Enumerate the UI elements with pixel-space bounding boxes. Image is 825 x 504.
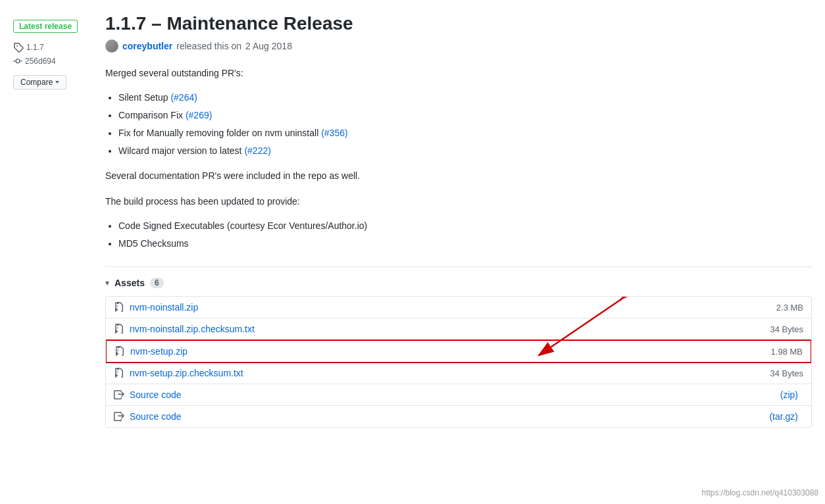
asset-row: nvm-setup.zip.checksum.txt 34 Bytes	[106, 363, 811, 384]
tag-icon	[13, 42, 24, 53]
pr-list: Silent Setup (#264) Comparison Fix (#269…	[118, 91, 812, 158]
assets-section: ▾ Assets 6	[105, 266, 812, 428]
assets-title: Assets	[114, 278, 145, 288]
list-item: Wilcard major version to latest (#222)	[118, 144, 812, 158]
release-text: released this on	[176, 41, 241, 51]
release-title: 1.1.7 – Maintenance Release	[105, 13, 812, 34]
commit-icon	[13, 57, 22, 66]
latest-release-badge[interactable]: Latest release	[13, 20, 78, 33]
avatar	[105, 39, 118, 53]
asset-link-setup[interactable]: nvm-setup.zip	[130, 346, 766, 357]
description-1: Merged several outstanding PR's:	[105, 66, 812, 80]
assets-count: 6	[150, 278, 164, 288]
asset-link[interactable]: nvm-setup.zip.checksum.txt	[130, 368, 764, 378]
author-link[interactable]: coreybutler	[122, 41, 172, 51]
source-icon	[114, 390, 124, 400]
asset-row: Source code (tar.gz)	[106, 406, 811, 427]
compare-button[interactable]: Compare	[13, 75, 66, 89]
asset-size: 2.3 MB	[776, 303, 803, 313]
pr-222-link[interactable]: (#222)	[244, 145, 270, 156]
pr-264-link[interactable]: (#264)	[170, 92, 197, 103]
asset-size: 34 Bytes	[770, 368, 803, 378]
list-item: Code Signed Executables (courtesy Ecor V…	[118, 219, 812, 233]
asset-row-highlighted: nvm-setup.zip 1.98 MB	[105, 340, 812, 363]
asset-size: 1.98 MB	[771, 347, 803, 357]
asset-row: nvm-noinstall.zip 2.3 MB	[106, 297, 811, 318]
asset-row: nvm-noinstall.zip.checksum.txt 34 Bytes	[106, 318, 811, 340]
source-code-label: Source code	[130, 411, 764, 422]
release-date: 2 Aug 2018	[245, 41, 292, 51]
source-zip-link[interactable]: (zip)	[780, 390, 798, 400]
compare-label: Compare	[20, 78, 53, 87]
description-3: The build process has been updated to pr…	[105, 194, 812, 209]
zip-icon	[114, 346, 125, 357]
assets-chevron-icon: ▾	[105, 278, 109, 288]
sidebar: Latest release 1.1.7 256d694 Compare	[13, 13, 92, 428]
version-label: 1.1.7	[26, 43, 44, 52]
commit-ref: 256d694	[13, 57, 82, 66]
zip-icon	[114, 368, 124, 378]
pr-269-link[interactable]: (#269)	[186, 110, 212, 120]
release-body: Merged several outstanding PR's: Silent …	[105, 66, 812, 251]
assets-header[interactable]: ▾ Assets 6	[105, 278, 812, 288]
zip-icon	[114, 324, 124, 334]
list-item: Comparison Fix (#269)	[118, 109, 812, 122]
build-list: Code Signed Executables (courtesy Ecor V…	[118, 219, 812, 251]
asset-row: Source code (zip)	[106, 384, 811, 406]
description-2: Several documentation PR's were included…	[105, 168, 812, 183]
list-item: MD5 Checksums	[118, 237, 812, 251]
list-item: Fix for Manually removing folder on nvm …	[118, 126, 812, 140]
source-targz-link[interactable]: (tar.gz)	[769, 411, 798, 422]
asset-link[interactable]: nvm-noinstall.zip	[130, 302, 771, 313]
pr-356-link[interactable]: (#356)	[321, 128, 347, 138]
list-item: Silent Setup (#264)	[118, 91, 812, 105]
commit-hash: 256d694	[25, 57, 56, 66]
main-content: 1.1.7 – Maintenance Release coreybutler …	[92, 13, 812, 428]
source-code-label: Source code	[130, 390, 775, 400]
asset-size: 34 Bytes	[770, 324, 803, 334]
release-meta: coreybutler released this on 2 Aug 2018	[105, 39, 812, 53]
asset-link[interactable]: nvm-noinstall.zip.checksum.txt	[130, 324, 764, 334]
source-icon	[114, 411, 124, 422]
assets-table: nvm-noinstall.zip 2.3 MB nvm-noinstall.z…	[105, 296, 812, 428]
compare-caret	[55, 81, 59, 84]
version-tag: 1.1.7	[13, 42, 82, 53]
zip-icon	[114, 302, 124, 313]
